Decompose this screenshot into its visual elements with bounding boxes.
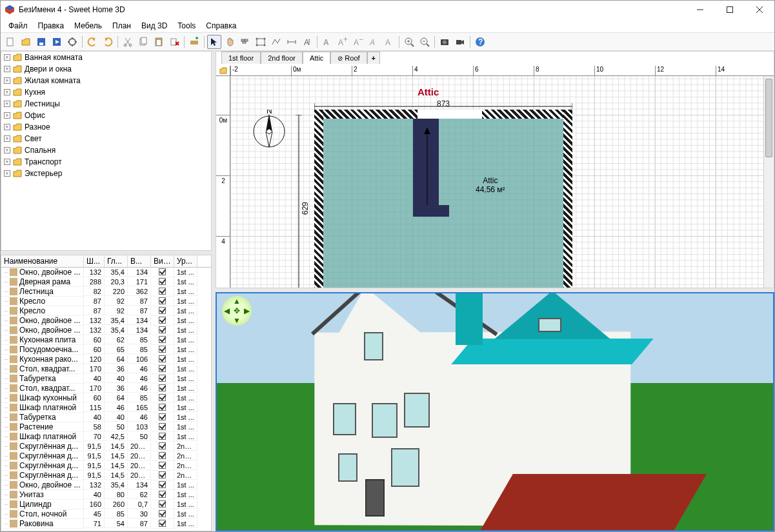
menu-план[interactable]: План bbox=[107, 20, 136, 32]
item-visible[interactable] bbox=[151, 268, 174, 277]
create-video-button[interactable] bbox=[453, 35, 467, 49]
catalog-category[interactable]: + Кухня bbox=[1, 86, 211, 98]
item-visible[interactable] bbox=[151, 346, 174, 355]
catalog-category[interactable]: + Двери и окна bbox=[1, 63, 211, 75]
nav-right-icon[interactable]: ▶ bbox=[242, 306, 252, 315]
redo-button[interactable] bbox=[101, 35, 115, 49]
table-row[interactable]: ····Стол, квадрат...17036461st ... bbox=[1, 384, 211, 393]
item-visible[interactable] bbox=[151, 404, 174, 413]
create-dimensions-tool[interactable] bbox=[285, 35, 299, 49]
expand-icon[interactable]: + bbox=[4, 170, 10, 177]
table-row[interactable]: ····Унитаз4080621st ... bbox=[1, 490, 211, 500]
zoom-out-button[interactable] bbox=[418, 35, 432, 49]
item-visible[interactable] bbox=[151, 288, 174, 297]
table-row[interactable]: ····Шкаф платяной7042,5501st ... bbox=[1, 432, 211, 442]
table-row[interactable]: ····Стол, квадрат...17036461st ... bbox=[1, 364, 211, 374]
expand-icon[interactable]: + bbox=[4, 101, 10, 107]
table-row[interactable]: ····Кухонная рако...120641061st ... bbox=[1, 355, 211, 364]
add-level-button[interactable]: + bbox=[367, 52, 380, 64]
catalog-category[interactable]: + Жилая комната bbox=[1, 75, 211, 86]
column-header[interactable]: Ур... bbox=[174, 255, 197, 267]
plan-scrollbar[interactable] bbox=[763, 66, 774, 288]
item-visible[interactable] bbox=[151, 297, 174, 306]
maximize-button[interactable] bbox=[715, 1, 745, 19]
expand-icon[interactable]: + bbox=[4, 89, 10, 95]
table-row[interactable]: ····Окно, двойное ...13235,41341st ... bbox=[1, 316, 211, 326]
level-tab[interactable]: ⊘Roof bbox=[330, 52, 367, 64]
table-row[interactable]: ····Окно, двойное ...13235,41341st ... bbox=[1, 326, 211, 335]
table-row[interactable]: ····Растение58501031st ... bbox=[1, 422, 211, 432]
close-button[interactable] bbox=[745, 1, 774, 19]
table-row[interactable]: ····Окно, двойное ...13235,41341st ... bbox=[1, 268, 211, 277]
item-visible[interactable] bbox=[151, 491, 174, 500]
table-row[interactable]: ····Кресло8792871st ... bbox=[1, 306, 211, 316]
save-and-run-button[interactable] bbox=[50, 35, 64, 49]
furniture-catalog-tree[interactable]: + Ванная комната+ Двери и окна+ Жилая ко… bbox=[1, 51, 212, 251]
item-visible[interactable] bbox=[151, 394, 174, 403]
table-row[interactable]: ····Лестница822203621st ... bbox=[1, 287, 211, 297]
catalog-category[interactable]: + Спальня bbox=[1, 144, 211, 156]
menu-файл[interactable]: Файл bbox=[3, 20, 33, 32]
catalog-category[interactable]: + Транспорт bbox=[1, 156, 211, 168]
item-visible[interactable] bbox=[151, 510, 174, 519]
delete-button[interactable] bbox=[167, 35, 181, 49]
undo-button[interactable] bbox=[85, 35, 99, 49]
item-visible[interactable] bbox=[151, 336, 174, 345]
text-italic-button[interactable]: A bbox=[367, 35, 381, 49]
column-header[interactable]: Гл... bbox=[105, 255, 128, 267]
minimize-button[interactable] bbox=[685, 1, 715, 19]
menu-мебель[interactable]: Мебель bbox=[69, 20, 107, 32]
item-visible[interactable] bbox=[151, 462, 174, 471]
zoom-in-button[interactable] bbox=[402, 35, 416, 49]
item-visible[interactable] bbox=[151, 433, 174, 442]
nav-left-icon[interactable]: ◀ bbox=[222, 306, 232, 315]
table-row[interactable]: ····Табуретка4040461st ... bbox=[1, 413, 211, 422]
catalog-category[interactable]: + Разное bbox=[1, 121, 211, 133]
expand-icon[interactable]: + bbox=[4, 77, 10, 84]
create-text-tool[interactable]: A bbox=[300, 35, 314, 49]
table-row[interactable]: ····Скруглённая д...91,514,5208,52nd ... bbox=[1, 442, 211, 451]
preferences-button[interactable] bbox=[65, 35, 79, 49]
create-rooms-tool[interactable] bbox=[254, 35, 268, 49]
item-visible[interactable] bbox=[151, 471, 174, 480]
item-visible[interactable] bbox=[151, 355, 174, 364]
nav-down-icon[interactable]: ▼ bbox=[232, 316, 241, 326]
nav-up-icon[interactable]: ▲ bbox=[232, 296, 241, 306]
item-visible[interactable] bbox=[151, 413, 174, 422]
create-walls-tool[interactable] bbox=[238, 35, 252, 49]
table-row[interactable]: ····Кухонная плита6062851st ... bbox=[1, 335, 211, 345]
table-row[interactable]: ····Шкаф платяной115461651st ... bbox=[1, 403, 211, 413]
create-polyline-tool[interactable] bbox=[269, 35, 283, 49]
furniture-list-table[interactable]: НаименованиеШ...Гл...В...Вид...Ур... ···… bbox=[1, 255, 212, 531]
expand-icon[interactable]: + bbox=[4, 159, 10, 165]
item-visible[interactable] bbox=[151, 365, 174, 374]
select-tool[interactable] bbox=[207, 35, 221, 49]
item-visible[interactable] bbox=[151, 317, 174, 326]
catalog-category[interactable]: + Офис bbox=[1, 110, 211, 121]
item-visible[interactable] bbox=[151, 423, 174, 432]
table-row[interactable]: ····Цилиндр1602600,71st ... bbox=[1, 500, 211, 509]
text-bold-button[interactable]: A bbox=[320, 35, 334, 49]
room-attic[interactable] bbox=[323, 119, 563, 288]
table-row[interactable]: ····Скруглённая д...91,514,5208,52nd ... bbox=[1, 451, 211, 461]
table-row[interactable]: ····Скруглённая д...91,514,5208,52nd ... bbox=[1, 461, 211, 471]
menu-tools[interactable]: Tools bbox=[172, 20, 201, 32]
column-header[interactable]: Наименование bbox=[1, 255, 84, 267]
item-visible[interactable] bbox=[151, 452, 174, 461]
menu-вид 3d[interactable]: Вид 3D bbox=[136, 20, 172, 32]
level-tab[interactable]: 1st floor bbox=[221, 52, 261, 64]
help-button[interactable]: ? bbox=[473, 35, 487, 49]
expand-icon[interactable]: + bbox=[4, 112, 10, 119]
item-visible[interactable] bbox=[151, 278, 174, 287]
catalog-category[interactable]: + Лестницы bbox=[1, 98, 211, 110]
item-visible[interactable] bbox=[151, 520, 174, 529]
table-row[interactable]: ····Посудомоечна...6065851st ... bbox=[1, 345, 211, 355]
catalog-category[interactable]: + Свет bbox=[1, 133, 211, 144]
expand-icon[interactable]: + bbox=[4, 135, 10, 142]
copy-button[interactable] bbox=[136, 35, 150, 49]
navigation-pad[interactable]: ▲ ◀✥▶ ▼ bbox=[222, 296, 252, 326]
item-visible[interactable] bbox=[151, 384, 174, 393]
table-row[interactable]: ····Дверная рама28820,31711st ... bbox=[1, 277, 211, 287]
item-visible[interactable] bbox=[151, 442, 174, 451]
expand-icon[interactable]: + bbox=[4, 124, 10, 130]
